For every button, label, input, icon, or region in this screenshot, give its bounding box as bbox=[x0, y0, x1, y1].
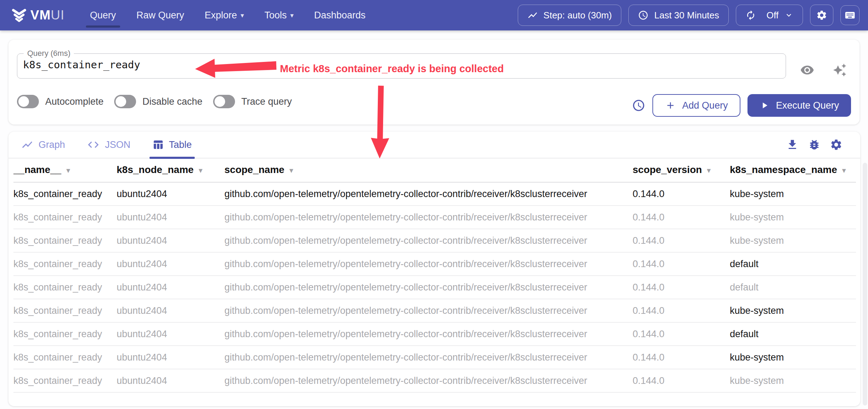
table-cell: k8s_container_ready bbox=[13, 369, 117, 392]
toggle-label: Disable cache bbox=[142, 96, 203, 107]
nav-item-tools[interactable]: Tools▾ bbox=[264, 0, 294, 30]
annotation-arrow-down bbox=[367, 85, 394, 161]
table-cell: github.com/open-telemetry/opentelemetry-… bbox=[224, 276, 633, 299]
sort-icon: ▾ bbox=[66, 166, 70, 175]
step-button[interactable]: Step: auto (30m) bbox=[518, 5, 622, 26]
table-cell: ubuntu2404 bbox=[117, 229, 224, 252]
gear-icon bbox=[816, 10, 827, 21]
table-cell: ubuntu2404 bbox=[117, 369, 224, 392]
column-header-node[interactable]: k8s_node_name▾ bbox=[117, 159, 224, 182]
table-cell: 0.144.0 bbox=[633, 182, 730, 206]
add-query-button[interactable]: Add Query bbox=[652, 94, 740, 117]
table-cell: kube-system bbox=[730, 182, 856, 206]
table-row: k8s_container_readyubuntu2404github.com/… bbox=[13, 276, 856, 299]
table-cell: github.com/open-telemetry/opentelemetry-… bbox=[224, 182, 633, 206]
table-row: k8s_container_readyubuntu2404github.com/… bbox=[13, 229, 856, 252]
download-button[interactable] bbox=[786, 138, 799, 151]
nav-item-raw-query[interactable]: Raw Query bbox=[136, 0, 184, 30]
nav-item-dashboards[interactable]: Dashboards bbox=[314, 0, 366, 30]
settings-button[interactable] bbox=[810, 5, 833, 26]
toggle-switch-off bbox=[213, 95, 235, 108]
chevron-down-icon bbox=[784, 11, 793, 20]
table-cell: kube-system bbox=[730, 206, 856, 229]
table-cell: kube-system bbox=[730, 299, 856, 322]
trace-query-toggle[interactable]: Trace query bbox=[213, 95, 292, 108]
gear-icon bbox=[830, 138, 843, 151]
table-cell: 0.144.0 bbox=[633, 299, 730, 322]
table-cell: default bbox=[730, 252, 856, 276]
table-cell: ubuntu2404 bbox=[117, 322, 224, 346]
table-cell: k8s_container_ready bbox=[13, 276, 117, 299]
vmui-logo[interactable]: VMUI bbox=[11, 7, 65, 23]
table-row: k8s_container_readyubuntu2404github.com/… bbox=[13, 369, 856, 392]
autorefresh-control[interactable]: Off bbox=[736, 5, 803, 26]
sparkles-icon bbox=[833, 63, 847, 77]
table-row: k8s_container_readyubuntu2404github.com/… bbox=[13, 346, 856, 369]
table-row: k8s_container_readyubuntu2404github.com/… bbox=[13, 252, 856, 276]
table-cell: 0.144.0 bbox=[633, 322, 730, 346]
sort-icon: ▾ bbox=[707, 166, 711, 175]
table-cell: github.com/open-telemetry/opentelemetry-… bbox=[224, 252, 633, 276]
table-cell: kube-system bbox=[730, 229, 856, 252]
query-field-label: Query (6ms) bbox=[24, 49, 74, 58]
toggle-label: Autocomplete bbox=[45, 96, 104, 107]
query-input-actions bbox=[800, 63, 847, 79]
victoriametrics-logo-icon bbox=[11, 7, 27, 23]
prettify-button[interactable] bbox=[833, 63, 847, 79]
table-cell: ubuntu2404 bbox=[117, 182, 224, 206]
table-row: k8s_container_readyubuntu2404github.com/… bbox=[13, 322, 856, 346]
table-cell: ubuntu2404 bbox=[117, 276, 224, 299]
execute-query-button[interactable]: Execute Query bbox=[747, 94, 851, 117]
table-row: k8s_container_readyubuntu2404github.com/… bbox=[13, 182, 856, 206]
play-icon bbox=[760, 100, 769, 110]
nav-item-explore[interactable]: Explore▾ bbox=[205, 0, 244, 30]
table-cell: default bbox=[730, 322, 856, 346]
table-cell: k8s_container_ready bbox=[13, 229, 117, 252]
clock-icon bbox=[632, 99, 645, 112]
table-cell: 0.144.0 bbox=[633, 276, 730, 299]
table-header-row: __name__▾ k8s_node_name▾ scope_name▾ sco… bbox=[13, 159, 856, 182]
tab-json[interactable]: JSON bbox=[87, 131, 130, 158]
eye-icon bbox=[800, 63, 814, 77]
top-navbar: VMUI Query Raw Query Explore▾ Tools▾ Das… bbox=[0, 0, 868, 30]
refresh-icon bbox=[745, 10, 756, 21]
table-settings-button[interactable] bbox=[830, 138, 843, 151]
clock-icon bbox=[638, 10, 649, 21]
autocomplete-toggle[interactable]: Autocomplete bbox=[17, 95, 104, 108]
results-panel: Graph JSON Table bbox=[8, 132, 860, 406]
sort-icon: ▾ bbox=[842, 166, 846, 175]
time-range-button[interactable]: Last 30 Minutes bbox=[628, 5, 729, 26]
table-cell: github.com/open-telemetry/opentelemetry-… bbox=[224, 229, 633, 252]
table-cell: k8s_container_ready bbox=[13, 346, 117, 369]
table-cell: 0.144.0 bbox=[633, 206, 730, 229]
keyboard-icon bbox=[844, 10, 856, 21]
table-cell: k8s_container_ready bbox=[13, 252, 117, 276]
table-icon bbox=[152, 139, 164, 150]
nav-item-query[interactable]: Query bbox=[90, 0, 116, 30]
table-cell: k8s_container_ready bbox=[13, 206, 117, 229]
column-header-name[interactable]: __name__▾ bbox=[13, 159, 117, 182]
trace-debug-button[interactable] bbox=[808, 138, 821, 151]
download-icon bbox=[786, 138, 799, 151]
disable-cache-toggle[interactable]: Disable cache bbox=[114, 95, 203, 108]
table-row: k8s_container_readyubuntu2404github.com/… bbox=[13, 206, 856, 229]
table-cell: ubuntu2404 bbox=[117, 252, 224, 276]
tab-table[interactable]: Table bbox=[152, 131, 192, 158]
column-header-scope-name[interactable]: scope_name▾ bbox=[224, 159, 633, 182]
annotation-text: Metric k8s_container_ready is being coll… bbox=[280, 63, 504, 75]
table-cell: github.com/open-telemetry/opentelemetry-… bbox=[224, 299, 633, 322]
table-cell: default bbox=[730, 276, 856, 299]
bug-icon bbox=[808, 138, 821, 151]
table-scrollbar[interactable] bbox=[863, 163, 867, 405]
column-header-namespace[interactable]: k8s_namespace_name▾ bbox=[730, 159, 856, 182]
chevron-down-icon: ▾ bbox=[290, 11, 294, 19]
vmui-app: VMUI Query Raw Query Explore▾ Tools▾ Das… bbox=[0, 0, 868, 409]
shortcut-keys-button[interactable] bbox=[840, 5, 860, 25]
preview-button[interactable] bbox=[800, 63, 814, 79]
query-actions: Add Query Execute Query bbox=[632, 94, 851, 117]
sort-icon: ▾ bbox=[289, 166, 293, 175]
table-cell: ubuntu2404 bbox=[117, 299, 224, 322]
column-header-scope-version[interactable]: scope_version▾ bbox=[633, 159, 730, 182]
query-history-button[interactable] bbox=[632, 99, 645, 112]
tab-graph[interactable]: Graph bbox=[21, 131, 65, 158]
